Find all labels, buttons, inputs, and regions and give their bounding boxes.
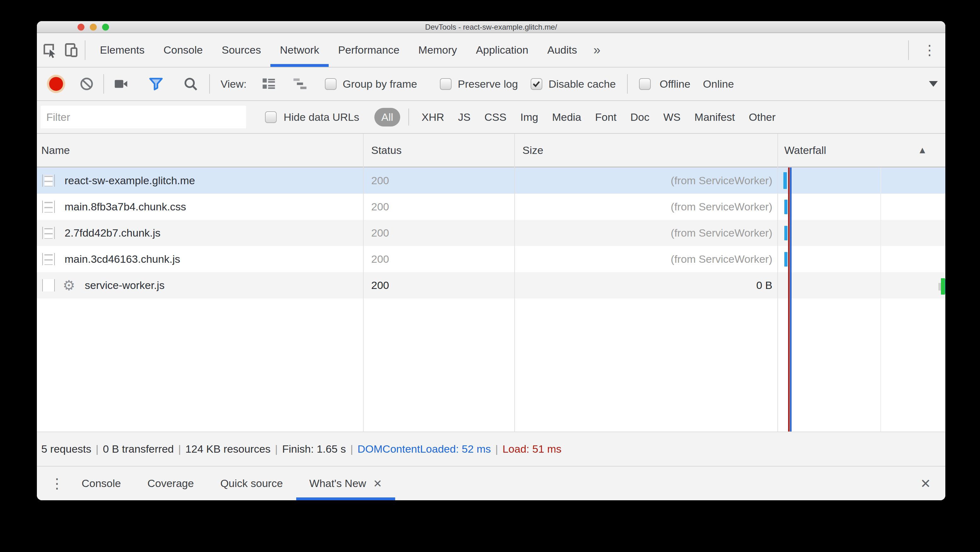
divider bbox=[85, 40, 85, 60]
tab-network[interactable]: Network bbox=[270, 33, 329, 67]
group-by-frame-label: Group by frame bbox=[343, 78, 417, 90]
waterfall-cell bbox=[777, 168, 945, 194]
waterfall-bar-stalled bbox=[939, 283, 941, 290]
group-by-frame-checkbox[interactable] bbox=[325, 78, 337, 90]
table-row[interactable]: 2.7fdd42b7.chunk.js 200 (from ServiceWor… bbox=[37, 220, 945, 246]
waterfall-bar-waiting bbox=[941, 278, 945, 295]
tab-console[interactable]: Console bbox=[154, 33, 212, 67]
preserve-log-checkbox[interactable] bbox=[440, 78, 452, 90]
request-size: 0 B bbox=[514, 279, 777, 292]
filter-type-doc[interactable]: Doc bbox=[630, 111, 649, 123]
filter-type-other[interactable]: Other bbox=[749, 111, 775, 123]
load-time: Load: 51 ms bbox=[503, 443, 562, 455]
waterfall-bar bbox=[784, 226, 788, 240]
gear-icon: ⚙ bbox=[63, 279, 75, 292]
filter-input[interactable] bbox=[41, 106, 246, 128]
column-header-status[interactable]: Status bbox=[363, 134, 514, 166]
filter-type-img[interactable]: Img bbox=[520, 111, 538, 123]
inspect-element-icon[interactable] bbox=[41, 41, 58, 60]
domcontentloaded-line bbox=[790, 168, 792, 431]
view-large-rows-icon[interactable] bbox=[261, 76, 277, 92]
request-name: main.3cd46163.chunk.js bbox=[65, 253, 180, 265]
tab-audits[interactable]: Audits bbox=[538, 33, 587, 67]
device-toolbar-icon[interactable] bbox=[63, 41, 80, 60]
title-bar: DevTools - react-sw-example.glitch.me/ bbox=[37, 21, 945, 33]
devtools-window: DevTools - react-sw-example.glitch.me/ E… bbox=[37, 21, 945, 500]
drawer-tab-console[interactable]: Console bbox=[68, 466, 134, 500]
filter-type-css[interactable]: CSS bbox=[484, 111, 506, 123]
sort-ascending-icon[interactable]: ▲ bbox=[918, 145, 927, 155]
waterfall-bar bbox=[783, 172, 787, 189]
table-row[interactable]: main.3cd46163.chunk.js 200 (from Service… bbox=[37, 246, 945, 272]
column-header-size[interactable]: Size bbox=[514, 134, 777, 166]
request-status: 200 bbox=[363, 253, 514, 265]
table-row[interactable]: main.8fb3a7b4.chunk.css 200 (from Servic… bbox=[37, 194, 945, 220]
tab-elements[interactable]: Elements bbox=[91, 33, 154, 67]
table-row[interactable]: ⚙ service-worker.js 200 0 B bbox=[37, 272, 945, 298]
show-overview-icon[interactable] bbox=[292, 76, 309, 92]
waterfall-cell bbox=[777, 246, 945, 272]
document-icon bbox=[42, 174, 55, 187]
main-menu-kebab-icon[interactable]: ⋮ bbox=[914, 43, 945, 57]
filter-type-all[interactable]: All bbox=[374, 108, 400, 126]
column-header-name[interactable]: Name bbox=[37, 134, 363, 166]
request-name: 2.7fdd42b7.chunk.js bbox=[65, 227, 161, 239]
disable-cache-checkbox[interactable] bbox=[531, 78, 542, 90]
close-drawer-icon[interactable]: ✕ bbox=[906, 476, 945, 491]
preserve-log-label: Preserve log bbox=[458, 78, 518, 90]
document-icon bbox=[42, 253, 55, 265]
close-tab-icon[interactable]: ✕ bbox=[373, 477, 382, 490]
drawer-tab-coverage[interactable]: Coverage bbox=[134, 466, 207, 500]
clear-icon[interactable] bbox=[80, 77, 94, 91]
tab-sources[interactable]: Sources bbox=[212, 33, 270, 67]
screenshot-capture-icon[interactable] bbox=[113, 76, 129, 92]
network-toolbar: View: Group by frame Preserve log Disabl… bbox=[37, 67, 945, 101]
document-icon bbox=[42, 201, 55, 213]
tab-memory[interactable]: Memory bbox=[409, 33, 467, 67]
resources-size: 124 KB resources bbox=[185, 443, 270, 455]
divider bbox=[209, 74, 210, 94]
column-divider[interactable] bbox=[363, 134, 364, 431]
request-size: (from ServiceWorker) bbox=[514, 201, 777, 213]
divider bbox=[103, 74, 104, 94]
filter-type-xhr[interactable]: XHR bbox=[422, 111, 444, 123]
drawer-tab-quick-source[interactable]: Quick source bbox=[207, 466, 296, 500]
column-divider[interactable] bbox=[777, 134, 778, 431]
request-name: main.8fb3a7b4.chunk.css bbox=[65, 201, 186, 212]
offline-checkbox[interactable] bbox=[639, 78, 651, 90]
record-button[interactable] bbox=[49, 77, 63, 91]
blank-document-icon bbox=[42, 279, 55, 292]
tab-performance[interactable]: Performance bbox=[329, 33, 409, 67]
request-size: (from ServiceWorker) bbox=[514, 174, 777, 187]
requests-table: react-sw-example.glitch.me 200 (from Ser… bbox=[37, 168, 945, 431]
drawer-tab-whats-new[interactable]: What's New ✕ bbox=[296, 466, 396, 500]
view-label: View: bbox=[221, 78, 247, 90]
filter-type-manifest[interactable]: Manifest bbox=[695, 111, 735, 123]
throttling-select[interactable]: Online bbox=[703, 78, 734, 90]
filter-type-font[interactable]: Font bbox=[595, 111, 617, 123]
drawer: ⋮ Console Coverage Quick source What's N… bbox=[37, 466, 945, 500]
domcontentloaded-time: DOMContentLoaded: 52 ms bbox=[358, 443, 491, 455]
more-tabs-icon[interactable]: » bbox=[586, 43, 607, 57]
summary-bar: 5 requests | 0 B transferred | 124 KB re… bbox=[37, 431, 945, 466]
document-icon bbox=[42, 227, 55, 239]
column-header-waterfall[interactable]: Waterfall ▲ bbox=[777, 134, 945, 166]
table-row[interactable]: react-sw-example.glitch.me 200 (from Ser… bbox=[37, 168, 945, 194]
hide-data-urls-checkbox[interactable] bbox=[265, 111, 277, 123]
column-divider[interactable] bbox=[514, 134, 515, 431]
filter-type-ws[interactable]: WS bbox=[663, 111, 681, 123]
window-title: DevTools - react-sw-example.glitch.me/ bbox=[37, 21, 945, 33]
filter-type-js[interactable]: JS bbox=[458, 111, 471, 123]
finish-time: Finish: 1.65 s bbox=[282, 443, 346, 455]
transferred-size: 0 B transferred bbox=[103, 443, 174, 455]
filter-funnel-icon[interactable] bbox=[148, 76, 164, 92]
waterfall-cell bbox=[777, 194, 945, 220]
filter-type-media[interactable]: Media bbox=[552, 111, 581, 123]
chevron-down-icon[interactable] bbox=[929, 81, 938, 87]
search-icon[interactable] bbox=[183, 76, 199, 92]
divider bbox=[627, 74, 628, 94]
drawer-menu-kebab-icon[interactable]: ⋮ bbox=[46, 477, 68, 490]
waterfall-bar bbox=[784, 199, 788, 214]
load-event-line bbox=[788, 168, 790, 431]
tab-application[interactable]: Application bbox=[466, 33, 538, 67]
